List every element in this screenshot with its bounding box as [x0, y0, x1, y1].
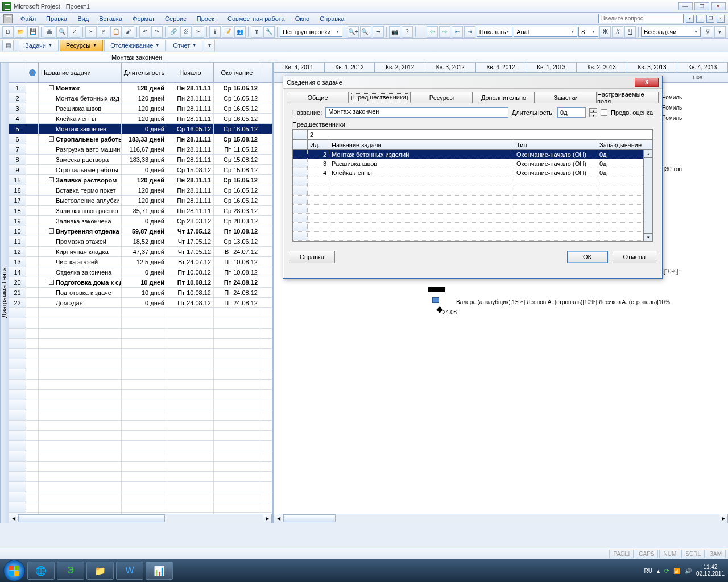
- grid-scroll-h[interactable]: ◀ ▶: [9, 514, 272, 523]
- doc-icon[interactable]: [3, 14, 13, 23]
- col-start[interactable]: Начало: [167, 63, 214, 82]
- goto-icon[interactable]: ➡: [373, 26, 384, 38]
- task-row[interactable]: 17Выстовление аплубки120 днейПн 28.11.11…: [9, 196, 272, 206]
- nav-report[interactable]: Отчет▼: [167, 40, 202, 51]
- empty-pred-row[interactable]: [293, 232, 652, 241]
- tray-sound-icon[interactable]: 🔊: [685, 568, 692, 574]
- format-painter-icon[interactable]: 🖌: [123, 26, 134, 38]
- empty-row[interactable]: [9, 359, 272, 369]
- zoom-out-icon[interactable]: 🔍-: [360, 26, 371, 38]
- redo-icon[interactable]: ↷: [151, 26, 163, 38]
- arrow-left-icon[interactable]: ⇦: [427, 26, 438, 38]
- italic-icon[interactable]: К: [612, 26, 623, 38]
- tab-predecessors[interactable]: Предшественники: [349, 92, 411, 103]
- empty-row[interactable]: [9, 400, 272, 410]
- task-row[interactable]: 6-Стропальные работы183,33 днейПн 28.11.…: [9, 134, 272, 144]
- tab-general[interactable]: Общие: [287, 92, 349, 103]
- predecessor-row[interactable]: 4Клейка лентыОкончание-начало (ОН)0д: [293, 168, 652, 177]
- dialog-close-button[interactable]: X: [635, 78, 659, 87]
- tab-resources[interactable]: Ресурсы: [411, 92, 473, 103]
- empty-row[interactable]: [9, 329, 272, 339]
- nav-tasks[interactable]: Задачи▼: [19, 40, 59, 51]
- task-row[interactable]: 2Монтаж бетонных изд120 днейПн 28.11.11С…: [9, 93, 272, 103]
- empty-row[interactable]: [9, 472, 272, 482]
- menu-project[interactable]: Проект: [192, 14, 222, 23]
- empty-row[interactable]: [9, 502, 272, 513]
- task-word[interactable]: W: [116, 562, 143, 580]
- menu-view[interactable]: Вид: [73, 14, 93, 23]
- task-row[interactable]: 1-Монтаж120 днейПн 28.11.11Ср 16.05.12: [9, 83, 272, 93]
- quarter-header[interactable]: Кв. 3, 2012: [425, 63, 476, 72]
- bold-icon[interactable]: Ж: [599, 26, 611, 38]
- task-row[interactable]: 4Клейка ленты120 днейПн 28.11.11Ср 16.05…: [9, 114, 272, 124]
- spell-icon[interactable]: ✓: [69, 26, 80, 38]
- empty-pred-row[interactable]: [293, 177, 652, 186]
- col-dur[interactable]: Длительность: [122, 63, 167, 82]
- tab-custom[interactable]: Настраиваемые поля: [597, 92, 659, 103]
- info-icon[interactable]: ℹ: [209, 26, 221, 38]
- help-dropdown[interactable]: ▾: [686, 15, 694, 23]
- link-icon[interactable]: 🔗: [168, 26, 179, 38]
- task-row[interactable]: 14Отделка закончена0 днейПт 10.08.12Пт 1…: [9, 267, 272, 277]
- outdent-icon[interactable]: ⇤: [452, 26, 463, 38]
- nav-tracking[interactable]: Отслеживание▼: [104, 40, 166, 51]
- close-button[interactable]: ✕: [711, 2, 726, 10]
- nav-more[interactable]: ▾: [204, 40, 215, 51]
- autofilter-icon[interactable]: ∇: [702, 26, 713, 38]
- filter-combo[interactable]: Все задачи▼: [641, 27, 701, 37]
- quarter-header[interactable]: Кв. 4, 2011: [274, 63, 325, 72]
- tray-arrow-icon[interactable]: ▴: [657, 568, 660, 574]
- indent-icon[interactable]: ⇥: [464, 26, 475, 38]
- task-row[interactable]: 21Подготовка к здаче10 днейПт 10.08.12Пт…: [9, 288, 272, 298]
- dur-input[interactable]: 0д: [557, 107, 586, 118]
- underline-icon[interactable]: Ч: [624, 26, 636, 38]
- empty-row[interactable]: [9, 339, 272, 349]
- menu-edit[interactable]: Правка: [42, 14, 72, 23]
- tab-advanced[interactable]: Дополнительно: [473, 92, 535, 103]
- unlink-icon[interactable]: ⛓: [180, 26, 192, 38]
- task-row[interactable]: 20-Подготовка дома к сда10 днейПт 10.08.…: [9, 277, 272, 288]
- gantt-milestone-icon[interactable]: [436, 306, 442, 313]
- empty-row[interactable]: [9, 492, 272, 502]
- print-icon[interactable]: 🖶: [44, 26, 55, 38]
- copy-icon[interactable]: ⎘: [98, 26, 109, 38]
- menu-insert[interactable]: Вставка: [94, 14, 127, 23]
- dur-spinner[interactable]: ▴▾: [589, 108, 597, 117]
- task-row[interactable]: 12Кирпичная кладка47,37 днейЧт 17.05.12В…: [9, 247, 272, 257]
- task-row[interactable]: 18Заливка швов раство85,71 днейПн 28.11.…: [9, 206, 272, 216]
- tab-notes[interactable]: Заметки: [535, 92, 597, 103]
- more-icon[interactable]: ▾: [714, 26, 726, 38]
- split-icon[interactable]: ✂: [193, 26, 204, 38]
- menu-tools[interactable]: Сервис: [160, 14, 191, 23]
- notes-icon[interactable]: 📝: [222, 26, 233, 38]
- empty-pred-row[interactable]: [293, 214, 652, 223]
- empty-row[interactable]: [9, 390, 272, 400]
- quarter-header[interactable]: Кв. 2, 2013: [577, 63, 627, 72]
- zoom-in-icon[interactable]: 🔍+: [348, 26, 359, 38]
- pred-edit-input[interactable]: 2: [308, 130, 652, 139]
- col-id[interactable]: [9, 63, 26, 82]
- task-row[interactable]: 9Стропальные работы0 днейСр 15.08.12Ср 1…: [9, 165, 272, 175]
- empty-row[interactable]: [9, 441, 272, 451]
- menu-file[interactable]: Файл: [16, 14, 40, 23]
- publish-icon[interactable]: ⬆: [251, 26, 262, 38]
- col-end[interactable]: Окончание: [214, 63, 260, 82]
- task-project[interactable]: 📊: [146, 562, 173, 580]
- task-row[interactable]: 11Промазка этажей18,52 днейЧт 17.05.12Ср…: [9, 236, 272, 247]
- font-combo[interactable]: Arial▼: [514, 27, 577, 37]
- menu-help[interactable]: Справка: [315, 14, 349, 23]
- task-row[interactable]: 5Монтаж закончен0 днейСр 16.05.12Ср 16.0…: [9, 124, 272, 134]
- new-icon[interactable]: 🗋: [2, 26, 14, 38]
- name-input[interactable]: Монтаж закончен: [325, 107, 508, 118]
- empty-pred-row[interactable]: [293, 196, 652, 205]
- task-row[interactable]: 15-Заливка раствором120 днейПн 28.11.11С…: [9, 175, 272, 185]
- task-row[interactable]: 3Расшивка швов120 днейПн 28.11.11Ср 16.0…: [9, 103, 272, 114]
- arrow-right-icon[interactable]: ⇨: [439, 26, 450, 38]
- quarter-header[interactable]: Кв. 4, 2013: [677, 63, 728, 72]
- save-icon[interactable]: 💾: [27, 26, 39, 38]
- empty-row[interactable]: [9, 462, 272, 472]
- empty-row[interactable]: [9, 308, 272, 318]
- tools-icon[interactable]: 🔧: [263, 26, 275, 38]
- pred-col-name[interactable]: Название задачи: [329, 140, 514, 149]
- grouping-combo[interactable]: Нет группировки▼: [280, 27, 342, 37]
